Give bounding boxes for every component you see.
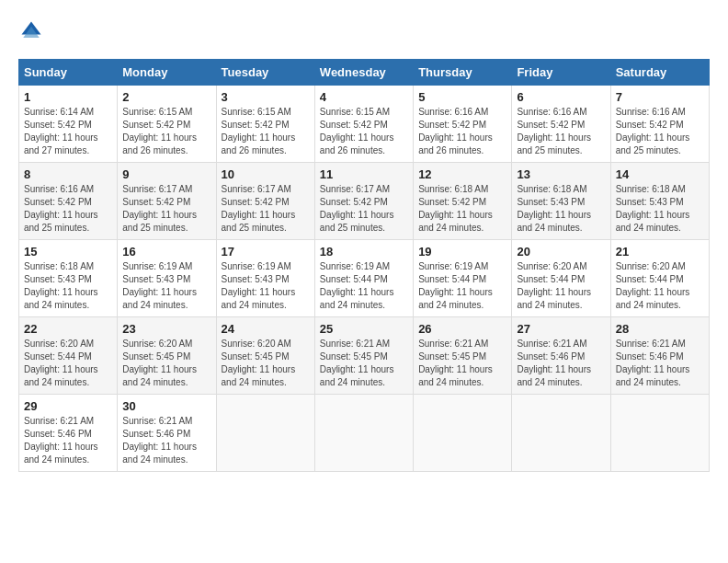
day-info: Sunrise: 6:21 AM Sunset: 5:46 PM Dayligh… (24, 415, 112, 466)
day-info: Sunrise: 6:18 AM Sunset: 5:43 PM Dayligh… (616, 183, 704, 235)
day-info: Sunrise: 6:18 AM Sunset: 5:43 PM Dayligh… (517, 183, 605, 235)
calendar-cell: 13Sunrise: 6:18 AM Sunset: 5:43 PM Dayli… (512, 163, 610, 240)
day-number: 27 (517, 322, 605, 336)
day-number: 22 (24, 322, 112, 336)
day-number: 10 (222, 167, 310, 181)
calendar-cell: 5Sunrise: 6:16 AM Sunset: 5:42 PM Daylig… (414, 86, 512, 163)
day-info: Sunrise: 6:16 AM Sunset: 5:42 PM Dayligh… (517, 106, 605, 157)
day-number: 25 (320, 322, 408, 336)
calendar-cell: 16Sunrise: 6:19 AM Sunset: 5:43 PM Dayli… (118, 240, 216, 317)
day-info: Sunrise: 6:16 AM Sunset: 5:42 PM Dayligh… (24, 183, 112, 235)
day-number: 3 (222, 90, 310, 104)
day-number: 16 (122, 245, 210, 259)
day-info: Sunrise: 6:21 AM Sunset: 5:46 PM Dayligh… (616, 338, 704, 389)
calendar-cell: 21Sunrise: 6:20 AM Sunset: 5:44 PM Dayli… (610, 240, 709, 317)
calendar-cell: 10Sunrise: 6:17 AM Sunset: 5:42 PM Dayli… (216, 163, 314, 240)
calendar-cell: 3Sunrise: 6:15 AM Sunset: 5:42 PM Daylig… (216, 86, 314, 163)
calendar-cell: 25Sunrise: 6:21 AM Sunset: 5:45 PM Dayli… (314, 317, 413, 395)
logo (18, 18, 48, 44)
day-info: Sunrise: 6:17 AM Sunset: 5:42 PM Dayligh… (320, 183, 408, 235)
day-number: 4 (320, 90, 408, 104)
calendar-cell (414, 395, 512, 472)
calendar-cell: 14Sunrise: 6:18 AM Sunset: 5:43 PM Dayli… (610, 163, 709, 240)
calendar-week-row-5: 29Sunrise: 6:21 AM Sunset: 5:46 PM Dayli… (19, 395, 710, 472)
calendar-cell (512, 395, 610, 472)
day-info: Sunrise: 6:14 AM Sunset: 5:42 PM Dayligh… (24, 106, 112, 157)
day-number: 14 (616, 167, 704, 181)
calendar-cell: 2Sunrise: 6:15 AM Sunset: 5:42 PM Daylig… (118, 86, 216, 163)
calendar-cell (216, 395, 314, 472)
calendar-week-row-2: 8Sunrise: 6:16 AM Sunset: 5:42 PM Daylig… (19, 163, 710, 240)
calendar-cell: 27Sunrise: 6:21 AM Sunset: 5:46 PM Dayli… (512, 317, 610, 395)
day-number: 17 (222, 245, 310, 259)
day-number: 6 (517, 90, 605, 104)
day-info: Sunrise: 6:21 AM Sunset: 5:45 PM Dayligh… (320, 338, 408, 389)
calendar-cell: 22Sunrise: 6:20 AM Sunset: 5:44 PM Dayli… (19, 317, 118, 395)
day-number: 29 (24, 399, 112, 413)
day-number: 13 (517, 167, 605, 181)
calendar-cell: 19Sunrise: 6:19 AM Sunset: 5:44 PM Dayli… (414, 240, 512, 317)
calendar-cell (314, 395, 413, 472)
weekday-header-tuesday: Tuesday (216, 60, 314, 86)
calendar-cell (610, 395, 709, 472)
day-number: 1 (24, 90, 112, 104)
calendar-cell: 8Sunrise: 6:16 AM Sunset: 5:42 PM Daylig… (19, 163, 118, 240)
calendar-cell: 12Sunrise: 6:18 AM Sunset: 5:42 PM Dayli… (414, 163, 512, 240)
calendar-table: SundayMondayTuesdayWednesdayThursdayFrid… (18, 59, 710, 472)
page-header (18, 18, 710, 44)
day-number: 20 (517, 245, 605, 259)
calendar-cell: 9Sunrise: 6:17 AM Sunset: 5:42 PM Daylig… (118, 163, 216, 240)
weekday-header-saturday: Saturday (610, 60, 709, 86)
day-info: Sunrise: 6:19 AM Sunset: 5:44 PM Dayligh… (418, 260, 506, 312)
calendar-cell: 11Sunrise: 6:17 AM Sunset: 5:42 PM Dayli… (314, 163, 413, 240)
day-info: Sunrise: 6:19 AM Sunset: 5:43 PM Dayligh… (122, 260, 210, 312)
day-info: Sunrise: 6:20 AM Sunset: 5:44 PM Dayligh… (24, 338, 112, 389)
day-number: 30 (122, 399, 210, 413)
day-info: Sunrise: 6:20 AM Sunset: 5:44 PM Dayligh… (517, 260, 605, 312)
day-number: 28 (616, 322, 704, 336)
calendar-cell: 30Sunrise: 6:21 AM Sunset: 5:46 PM Dayli… (118, 395, 216, 472)
day-number: 21 (616, 245, 704, 259)
day-info: Sunrise: 6:18 AM Sunset: 5:43 PM Dayligh… (24, 260, 112, 312)
calendar-cell: 6Sunrise: 6:16 AM Sunset: 5:42 PM Daylig… (512, 86, 610, 163)
calendar-cell: 24Sunrise: 6:20 AM Sunset: 5:45 PM Dayli… (216, 317, 314, 395)
day-info: Sunrise: 6:21 AM Sunset: 5:45 PM Dayligh… (418, 338, 506, 389)
weekday-header-sunday: Sunday (19, 60, 118, 86)
calendar-week-row-3: 15Sunrise: 6:18 AM Sunset: 5:43 PM Dayli… (19, 240, 710, 317)
calendar-cell: 29Sunrise: 6:21 AM Sunset: 5:46 PM Dayli… (19, 395, 118, 472)
calendar-cell: 23Sunrise: 6:20 AM Sunset: 5:45 PM Dayli… (118, 317, 216, 395)
calendar-cell: 4Sunrise: 6:15 AM Sunset: 5:42 PM Daylig… (314, 86, 413, 163)
day-number: 2 (122, 90, 210, 104)
day-info: Sunrise: 6:20 AM Sunset: 5:44 PM Dayligh… (616, 260, 704, 312)
calendar-cell: 17Sunrise: 6:19 AM Sunset: 5:43 PM Dayli… (216, 240, 314, 317)
calendar-cell: 28Sunrise: 6:21 AM Sunset: 5:46 PM Dayli… (610, 317, 709, 395)
calendar-week-row-1: 1Sunrise: 6:14 AM Sunset: 5:42 PM Daylig… (19, 86, 710, 163)
weekday-header-wednesday: Wednesday (314, 60, 413, 86)
weekday-header-friday: Friday (512, 60, 610, 86)
day-info: Sunrise: 6:17 AM Sunset: 5:42 PM Dayligh… (222, 183, 310, 235)
day-info: Sunrise: 6:20 AM Sunset: 5:45 PM Dayligh… (222, 338, 310, 389)
day-number: 7 (616, 90, 704, 104)
day-number: 18 (320, 245, 408, 259)
calendar-cell: 1Sunrise: 6:14 AM Sunset: 5:42 PM Daylig… (19, 86, 118, 163)
weekday-header-thursday: Thursday (414, 60, 512, 86)
calendar-cell: 20Sunrise: 6:20 AM Sunset: 5:44 PM Dayli… (512, 240, 610, 317)
day-number: 26 (418, 322, 506, 336)
calendar-header-row: SundayMondayTuesdayWednesdayThursdayFrid… (19, 60, 710, 86)
calendar-cell: 18Sunrise: 6:19 AM Sunset: 5:44 PM Dayli… (314, 240, 413, 317)
calendar-cell: 26Sunrise: 6:21 AM Sunset: 5:45 PM Dayli… (414, 317, 512, 395)
day-info: Sunrise: 6:21 AM Sunset: 5:46 PM Dayligh… (517, 338, 605, 389)
day-number: 15 (24, 245, 112, 259)
day-info: Sunrise: 6:21 AM Sunset: 5:46 PM Dayligh… (122, 415, 210, 466)
day-number: 11 (320, 167, 408, 181)
day-number: 23 (122, 322, 210, 336)
calendar-cell: 15Sunrise: 6:18 AM Sunset: 5:43 PM Dayli… (19, 240, 118, 317)
day-info: Sunrise: 6:17 AM Sunset: 5:42 PM Dayligh… (122, 183, 210, 235)
day-info: Sunrise: 6:15 AM Sunset: 5:42 PM Dayligh… (320, 106, 408, 157)
calendar-cell: 7Sunrise: 6:16 AM Sunset: 5:42 PM Daylig… (610, 86, 709, 163)
day-number: 12 (418, 167, 506, 181)
day-info: Sunrise: 6:19 AM Sunset: 5:43 PM Dayligh… (222, 260, 310, 312)
day-number: 9 (122, 167, 210, 181)
day-number: 5 (418, 90, 506, 104)
weekday-header-monday: Monday (118, 60, 216, 86)
